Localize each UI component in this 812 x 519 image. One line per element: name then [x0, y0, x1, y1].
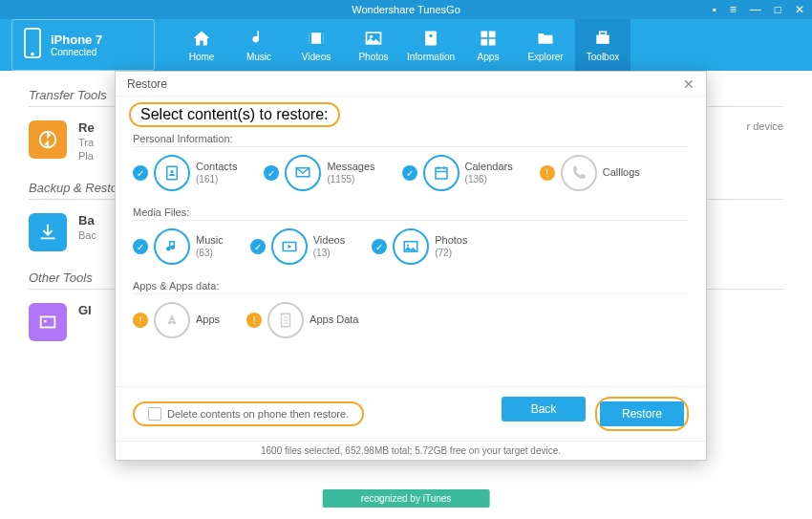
warn-icon[interactable]: ! [133, 313, 148, 328]
close-icon[interactable]: ✕ [795, 3, 804, 16]
check-icon[interactable]: ✓ [133, 239, 148, 254]
phone-icon [22, 28, 43, 62]
group-media: ✓ Music(63) ✓ Videos(13) ✓ Photos(72) [133, 228, 689, 274]
check-icon[interactable]: ✓ [133, 165, 148, 181]
svg-point-17 [44, 320, 47, 323]
photos-icon [393, 228, 429, 265]
tab-apps[interactable]: Apps [460, 19, 516, 71]
item-music[interactable]: ✓ Music(63) [133, 228, 224, 265]
apps-icon [154, 302, 190, 338]
svg-rect-10 [489, 31, 496, 37]
svg-point-8 [429, 33, 432, 36]
item-appsdata[interactable]: ! Apps Data [246, 302, 358, 338]
check-icon[interactable]: ✓ [250, 239, 266, 254]
menu-icon[interactable]: ≡ [730, 3, 737, 16]
item-calllogs[interactable]: ! Calllogs [540, 155, 640, 191]
warn-icon[interactable]: ! [540, 165, 555, 181]
backup-icon [29, 213, 67, 251]
tab-toolbox[interactable]: Toolbox [575, 19, 630, 71]
item-messages[interactable]: ✓ Messages(1155) [264, 155, 374, 191]
device-selector[interactable]: iPhone 7 Connected [11, 19, 155, 71]
svg-rect-12 [489, 38, 496, 45]
modal-body: Personal Information: ✓ Contacts(161) ✓ … [116, 127, 706, 386]
svg-point-24 [407, 244, 409, 246]
window-controls: ▪ ≡ — □ ✕ [712, 3, 804, 16]
titlebar: Wondershare TunesGo ▪ ≡ — □ ✕ [0, 0, 812, 19]
contacts-icon [154, 155, 190, 191]
app-title: Wondershare TunesGo [352, 4, 460, 15]
group-apps: ! Apps ! Apps Data [133, 302, 689, 348]
svg-rect-9 [481, 31, 488, 37]
itunes-status: recognized by iTunes [323, 489, 490, 508]
item-calendars[interactable]: ✓ Calendars(136) [402, 155, 513, 191]
modal-close-icon[interactable]: ✕ [683, 76, 694, 92]
music-icon [154, 228, 190, 265]
check-icon[interactable]: ✓ [402, 165, 417, 181]
tab-information[interactable]: Information [403, 19, 459, 71]
group-media-label: Media Files: [133, 206, 689, 221]
tab-videos[interactable]: Videos [288, 19, 344, 71]
minimize-icon[interactable]: — [750, 3, 761, 16]
restore-modal: Restore ✕ Select content(s) to restore: … [115, 71, 707, 461]
item-photos[interactable]: ✓ Photos(72) [372, 228, 467, 265]
item-contacts[interactable]: ✓ Contacts(161) [133, 155, 237, 191]
svg-rect-11 [481, 38, 488, 45]
svg-rect-21 [436, 168, 447, 179]
device-name: iPhone 7 [51, 32, 102, 47]
modal-status: 1600 files selected, 652.98MB total; 5.7… [116, 441, 706, 460]
group-apps-label: Apps & Apps data: [133, 280, 689, 294]
appsdata-icon [267, 302, 304, 338]
modal-titlebar: Restore ✕ [116, 72, 706, 97]
tab-photos[interactable]: Photos [346, 19, 401, 71]
svg-rect-13 [596, 34, 609, 43]
warn-icon[interactable]: ! [246, 313, 262, 328]
modal-subtitle: Select content(s) to restore: [129, 102, 340, 127]
calendars-icon [423, 155, 459, 191]
tab-music[interactable]: Music [231, 19, 287, 71]
svg-rect-7 [425, 31, 437, 45]
svg-rect-14 [600, 32, 607, 34]
check-icon[interactable]: ✓ [372, 239, 387, 254]
svg-rect-16 [41, 317, 55, 328]
maximize-icon[interactable]: □ [775, 3, 781, 16]
delete-option[interactable]: Delete contents on phone then restore. [133, 401, 364, 426]
tab-home[interactable]: Home [174, 19, 229, 71]
app-window: Wondershare TunesGo ▪ ≡ — □ ✕ iPhone 7 C… [0, 0, 812, 519]
delete-checkbox[interactable] [148, 407, 161, 421]
tab-explorer[interactable]: Explorer [518, 19, 573, 71]
rebuild-icon [29, 120, 67, 159]
modal-footer: Delete contents on phone then restore. B… [116, 386, 706, 441]
svg-point-19 [171, 170, 174, 173]
videos-icon [271, 228, 308, 265]
header: iPhone 7 Connected Home Music Videos Pho… [0, 19, 812, 71]
gif-icon [29, 303, 67, 341]
svg-rect-4 [321, 32, 324, 44]
user-icon[interactable]: ▪ [712, 3, 716, 16]
modal-title-text: Restore [127, 77, 167, 91]
svg-point-1 [31, 53, 34, 56]
calllogs-icon [561, 155, 597, 191]
item-videos[interactable]: ✓ Videos(13) [250, 228, 345, 265]
device-status: Connected [51, 47, 102, 57]
group-personal-label: Personal Information: [133, 133, 689, 147]
svg-rect-3 [310, 32, 312, 44]
top-tabs: Home Music Videos Photos Information App… [174, 19, 630, 71]
group-personal: ✓ Contacts(161) ✓ Messages(1155) ✓ Calen… [133, 155, 689, 201]
messages-icon [285, 155, 321, 191]
svg-point-6 [370, 34, 373, 37]
check-icon[interactable]: ✓ [264, 165, 279, 181]
back-button[interactable]: Back [502, 397, 586, 422]
item-apps[interactable]: ! Apps [133, 302, 220, 338]
restore-button[interactable]: Restore [600, 401, 684, 426]
